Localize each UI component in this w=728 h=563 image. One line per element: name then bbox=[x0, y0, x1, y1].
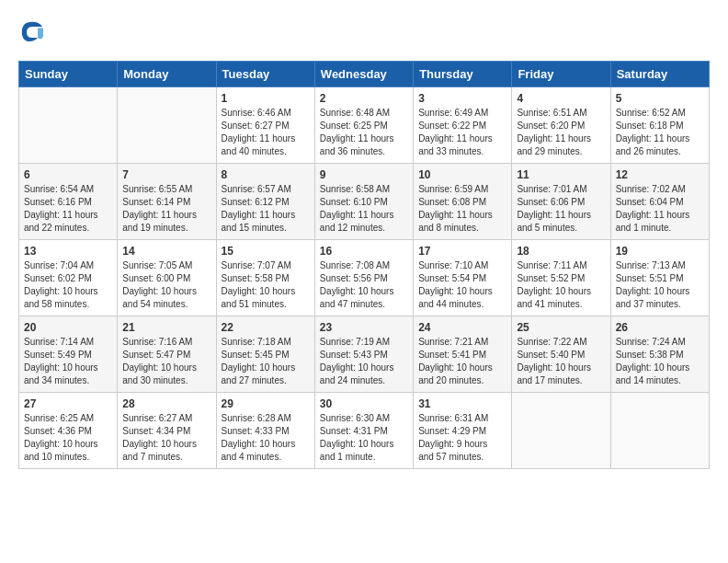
calendar-day bbox=[610, 393, 709, 469]
day-number: 31 bbox=[418, 397, 506, 410]
calendar-day: 20Sunrise: 7:14 AM Sunset: 5:49 PM Dayli… bbox=[19, 316, 118, 393]
day-info: Sunrise: 7:10 AM Sunset: 5:54 PM Dayligh… bbox=[418, 259, 506, 311]
calendar-day: 27Sunrise: 6:25 AM Sunset: 4:36 PM Dayli… bbox=[19, 393, 118, 469]
day-number: 25 bbox=[517, 321, 605, 334]
day-number: 8 bbox=[222, 168, 310, 181]
logo-icon bbox=[18, 18, 46, 46]
calendar-week-5: 27Sunrise: 6:25 AM Sunset: 4:36 PM Dayli… bbox=[19, 393, 710, 469]
day-number: 10 bbox=[418, 168, 506, 181]
calendar-day: 24Sunrise: 7:21 AM Sunset: 5:41 PM Dayli… bbox=[414, 316, 512, 393]
day-info: Sunrise: 6:59 AM Sunset: 6:08 PM Dayligh… bbox=[418, 183, 506, 235]
calendar-day: 1Sunrise: 6:46 AM Sunset: 6:27 PM Daylig… bbox=[216, 87, 314, 164]
day-info: Sunrise: 6:27 AM Sunset: 4:34 PM Dayligh… bbox=[122, 412, 210, 464]
calendar-day: 7Sunrise: 6:55 AM Sunset: 6:14 PM Daylig… bbox=[118, 164, 216, 240]
calendar-day: 23Sunrise: 7:19 AM Sunset: 5:43 PM Dayli… bbox=[314, 316, 413, 393]
day-info: Sunrise: 6:46 AM Sunset: 6:27 PM Dayligh… bbox=[222, 107, 310, 158]
day-number: 5 bbox=[616, 92, 704, 105]
header-cell-wednesday: Wednesday bbox=[314, 62, 413, 87]
calendar-day: 28Sunrise: 6:27 AM Sunset: 4:34 PM Dayli… bbox=[118, 393, 216, 469]
day-number: 29 bbox=[222, 397, 310, 410]
day-number: 9 bbox=[320, 168, 408, 181]
calendar-day: 18Sunrise: 7:11 AM Sunset: 5:52 PM Dayli… bbox=[512, 240, 610, 316]
day-info: Sunrise: 6:25 AM Sunset: 4:36 PM Dayligh… bbox=[24, 412, 112, 464]
day-number: 23 bbox=[320, 321, 408, 334]
day-info: Sunrise: 6:28 AM Sunset: 4:33 PM Dayligh… bbox=[222, 412, 310, 464]
day-info: Sunrise: 7:01 AM Sunset: 6:06 PM Dayligh… bbox=[517, 183, 605, 235]
day-number: 16 bbox=[320, 245, 408, 258]
day-number: 21 bbox=[122, 321, 210, 334]
day-number: 27 bbox=[24, 397, 112, 410]
day-info: Sunrise: 6:31 AM Sunset: 4:29 PM Dayligh… bbox=[418, 412, 506, 464]
calendar-week-2: 6Sunrise: 6:54 AM Sunset: 6:16 PM Daylig… bbox=[19, 164, 710, 240]
calendar-day: 31Sunrise: 6:31 AM Sunset: 4:29 PM Dayli… bbox=[414, 393, 512, 469]
calendar-table: SundayMondayTuesdayWednesdayThursdayFrid… bbox=[18, 61, 710, 469]
calendar-day: 22Sunrise: 7:18 AM Sunset: 5:45 PM Dayli… bbox=[216, 316, 314, 393]
day-number: 7 bbox=[122, 168, 210, 181]
day-info: Sunrise: 7:24 AM Sunset: 5:38 PM Dayligh… bbox=[616, 336, 704, 387]
day-info: Sunrise: 7:11 AM Sunset: 5:52 PM Dayligh… bbox=[517, 259, 605, 311]
day-number: 15 bbox=[222, 245, 310, 258]
calendar-header: SundayMondayTuesdayWednesdayThursdayFrid… bbox=[19, 62, 710, 87]
header-cell-tuesday: Tuesday bbox=[216, 62, 314, 87]
day-number: 19 bbox=[616, 245, 704, 258]
header-cell-saturday: Saturday bbox=[610, 62, 709, 87]
day-number: 30 bbox=[320, 397, 408, 410]
day-number: 17 bbox=[418, 245, 506, 258]
calendar-day: 19Sunrise: 7:13 AM Sunset: 5:51 PM Dayli… bbox=[610, 240, 709, 316]
day-number: 26 bbox=[616, 321, 704, 334]
day-info: Sunrise: 6:54 AM Sunset: 6:16 PM Dayligh… bbox=[24, 183, 112, 235]
calendar-week-3: 13Sunrise: 7:04 AM Sunset: 6:02 PM Dayli… bbox=[19, 240, 710, 316]
header-cell-thursday: Thursday bbox=[414, 62, 512, 87]
calendar-day bbox=[118, 87, 216, 164]
calendar-week-4: 20Sunrise: 7:14 AM Sunset: 5:49 PM Dayli… bbox=[19, 316, 710, 393]
logo bbox=[18, 18, 50, 46]
day-info: Sunrise: 7:05 AM Sunset: 6:00 PM Dayligh… bbox=[122, 259, 210, 311]
calendar-day: 2Sunrise: 6:48 AM Sunset: 6:25 PM Daylig… bbox=[314, 87, 413, 164]
calendar-day: 15Sunrise: 7:07 AM Sunset: 5:58 PM Dayli… bbox=[216, 240, 314, 316]
calendar-day: 6Sunrise: 6:54 AM Sunset: 6:16 PM Daylig… bbox=[19, 164, 118, 240]
day-number: 24 bbox=[418, 321, 506, 334]
day-info: Sunrise: 7:22 AM Sunset: 5:40 PM Dayligh… bbox=[517, 336, 605, 387]
day-info: Sunrise: 7:14 AM Sunset: 5:49 PM Dayligh… bbox=[24, 336, 112, 387]
calendar-day bbox=[512, 393, 610, 469]
day-info: Sunrise: 7:13 AM Sunset: 5:51 PM Dayligh… bbox=[616, 259, 704, 311]
header-row: SundayMondayTuesdayWednesdayThursdayFrid… bbox=[19, 62, 710, 87]
day-number: 20 bbox=[24, 321, 112, 334]
day-info: Sunrise: 7:19 AM Sunset: 5:43 PM Dayligh… bbox=[320, 336, 408, 387]
day-number: 4 bbox=[517, 92, 605, 105]
day-info: Sunrise: 7:04 AM Sunset: 6:02 PM Dayligh… bbox=[24, 259, 112, 311]
day-info: Sunrise: 6:55 AM Sunset: 6:14 PM Dayligh… bbox=[122, 183, 210, 235]
day-number: 11 bbox=[517, 168, 605, 181]
header-cell-monday: Monday bbox=[118, 62, 216, 87]
calendar-day: 13Sunrise: 7:04 AM Sunset: 6:02 PM Dayli… bbox=[19, 240, 118, 316]
calendar-day bbox=[19, 87, 118, 164]
day-info: Sunrise: 6:49 AM Sunset: 6:22 PM Dayligh… bbox=[418, 107, 506, 158]
calendar-day: 21Sunrise: 7:16 AM Sunset: 5:47 PM Dayli… bbox=[118, 316, 216, 393]
calendar-day: 9Sunrise: 6:58 AM Sunset: 6:10 PM Daylig… bbox=[314, 164, 413, 240]
calendar-day: 12Sunrise: 7:02 AM Sunset: 6:04 PM Dayli… bbox=[610, 164, 709, 240]
calendar-day: 8Sunrise: 6:57 AM Sunset: 6:12 PM Daylig… bbox=[216, 164, 314, 240]
day-info: Sunrise: 6:52 AM Sunset: 6:18 PM Dayligh… bbox=[616, 107, 704, 158]
day-number: 6 bbox=[24, 168, 112, 181]
day-number: 1 bbox=[222, 92, 310, 105]
day-number: 22 bbox=[222, 321, 310, 334]
header-cell-sunday: Sunday bbox=[19, 62, 118, 87]
day-info: Sunrise: 6:48 AM Sunset: 6:25 PM Dayligh… bbox=[320, 107, 408, 158]
day-info: Sunrise: 7:08 AM Sunset: 5:56 PM Dayligh… bbox=[320, 259, 408, 311]
calendar-day: 5Sunrise: 6:52 AM Sunset: 6:18 PM Daylig… bbox=[610, 87, 709, 164]
day-info: Sunrise: 6:57 AM Sunset: 6:12 PM Dayligh… bbox=[222, 183, 310, 235]
calendar-day: 29Sunrise: 6:28 AM Sunset: 4:33 PM Dayli… bbox=[216, 393, 314, 469]
day-info: Sunrise: 6:30 AM Sunset: 4:31 PM Dayligh… bbox=[320, 412, 408, 464]
calendar-day: 16Sunrise: 7:08 AM Sunset: 5:56 PM Dayli… bbox=[314, 240, 413, 316]
calendar-day: 14Sunrise: 7:05 AM Sunset: 6:00 PM Dayli… bbox=[118, 240, 216, 316]
calendar-day: 4Sunrise: 6:51 AM Sunset: 6:20 PM Daylig… bbox=[512, 87, 610, 164]
day-info: Sunrise: 6:51 AM Sunset: 6:20 PM Dayligh… bbox=[517, 107, 605, 158]
day-number: 3 bbox=[418, 92, 506, 105]
calendar-body: 1Sunrise: 6:46 AM Sunset: 6:27 PM Daylig… bbox=[19, 87, 710, 469]
day-number: 18 bbox=[517, 245, 605, 258]
day-number: 28 bbox=[122, 397, 210, 410]
day-number: 2 bbox=[320, 92, 408, 105]
header-cell-friday: Friday bbox=[512, 62, 610, 87]
calendar-week-1: 1Sunrise: 6:46 AM Sunset: 6:27 PM Daylig… bbox=[19, 87, 710, 164]
calendar-day: 3Sunrise: 6:49 AM Sunset: 6:22 PM Daylig… bbox=[414, 87, 512, 164]
